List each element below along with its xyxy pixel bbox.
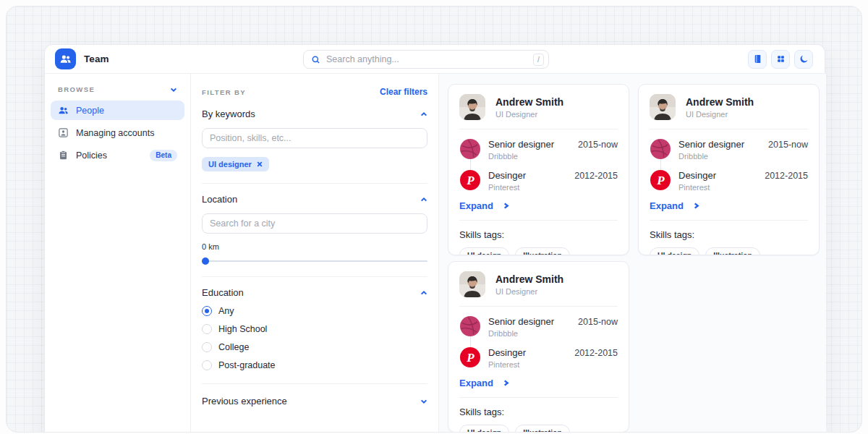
education-filter-section: Education Any High School College	[202, 277, 427, 384]
chevron-up-icon	[420, 289, 427, 297]
keywords-filter-section: By keywords UI designer	[202, 98, 427, 184]
avatar	[650, 94, 676, 120]
book-button[interactable]	[748, 50, 767, 69]
expand-button[interactable]: Expand	[459, 378, 618, 388]
previous-experience-toggle[interactable]: Previous experience	[202, 396, 427, 407]
search-shortcut-key: /	[533, 54, 544, 66]
slider-track[interactable]	[202, 260, 427, 262]
education-option-any[interactable]: Any	[202, 306, 427, 316]
slider-thumb[interactable]	[202, 258, 209, 265]
beta-badge: Beta	[150, 150, 177, 161]
header-actions	[748, 50, 817, 69]
browse-section-header[interactable]: BROWSE	[51, 81, 184, 101]
search-icon	[311, 55, 320, 64]
pinterest-icon: P	[459, 346, 481, 368]
experience-period: 2012-2015	[574, 169, 618, 192]
clipboard-icon	[58, 150, 69, 161]
divider	[650, 220, 808, 221]
experience-period: 2015-now	[578, 138, 618, 161]
results-grid: Andrew Smith UI Designer Senior designer…	[439, 74, 826, 433]
location-section-toggle[interactable]: Location	[202, 194, 427, 205]
divider	[459, 220, 618, 221]
distance-slider[interactable]	[202, 258, 427, 265]
skill-tag[interactable]: UI design	[459, 425, 509, 433]
close-icon[interactable]	[257, 161, 263, 167]
skills-tags-label: Skills tags:	[459, 407, 618, 417]
team-app-window: Team / BROWSE	[44, 44, 825, 433]
experience-period: 2012-2015	[574, 346, 618, 369]
education-section-toggle[interactable]: Education	[202, 287, 427, 298]
moon-icon	[799, 54, 809, 64]
skill-tag[interactable]: UI design	[650, 247, 699, 255]
radio-icon[interactable]	[202, 324, 212, 334]
keywords-section-toggle[interactable]: By keywords	[202, 109, 427, 119]
app-logo[interactable]	[55, 48, 76, 69]
profile-card[interactable]: Andrew Smith UI Designer Senior designer…	[448, 261, 629, 433]
sidebar-item-policies[interactable]: Policies Beta	[51, 145, 184, 165]
chevron-right-icon	[693, 203, 699, 209]
education-option-college[interactable]: College	[202, 342, 427, 352]
svg-text:P: P	[656, 174, 665, 187]
skill-tag[interactable]: Illustration	[705, 247, 760, 255]
filter-panel: FILTER BY Clear filters By keywords UI d…	[191, 74, 439, 433]
sidebar-item-people[interactable]: People	[51, 101, 184, 120]
skill-tag[interactable]: Illustration	[515, 247, 570, 255]
radio-icon[interactable]	[202, 342, 212, 352]
svg-text:P: P	[466, 351, 475, 365]
skills-tags-label: Skills tags:	[459, 229, 618, 240]
sidebar-item-label: People	[76, 106, 104, 116]
education-option-high-school[interactable]: High School	[202, 324, 427, 334]
search-input[interactable]	[326, 54, 533, 64]
skill-tag[interactable]: Illustration	[515, 425, 570, 433]
sidebar-item-managing-accounts[interactable]: Managing accounts	[51, 123, 184, 142]
avatar	[459, 271, 485, 297]
grid-icon	[776, 54, 786, 64]
experience-period: 2015-now	[578, 315, 618, 338]
experience-timeline: Senior designer Dribbble 2015-now P Desi…	[650, 138, 808, 192]
divider	[459, 397, 618, 398]
apps-grid-button[interactable]	[771, 50, 790, 69]
expand-button[interactable]: Expand	[650, 200, 808, 211]
chevron-right-icon	[503, 203, 509, 209]
expand-button[interactable]: Expand	[459, 200, 618, 211]
pinterest-icon: P	[459, 169, 481, 191]
person-card-icon	[58, 127, 69, 138]
divider	[459, 306, 618, 307]
browse-label: BROWSE	[58, 85, 95, 93]
person-role: UI Designer	[495, 287, 563, 296]
global-search[interactable]: /	[303, 50, 549, 69]
book-icon	[753, 54, 762, 64]
profile-card[interactable]: Andrew Smith UI Designer Senior designer…	[638, 84, 820, 255]
chevron-down-icon	[170, 86, 177, 93]
person-name: Andrew Smith	[495, 96, 563, 108]
keyword-tag[interactable]: UI designer	[202, 157, 269, 171]
experience-item: P Desinger Pinterest 2012-2015	[459, 169, 618, 192]
city-search-input[interactable]	[202, 213, 427, 234]
skills-tags-label: Skills tags:	[650, 229, 808, 240]
pinterest-icon: P	[650, 169, 671, 191]
location-filter-section: Location 0 km	[202, 184, 427, 277]
app-header: Team /	[45, 45, 825, 74]
dark-mode-toggle[interactable]	[794, 50, 813, 69]
divider	[650, 129, 808, 129]
profile-card[interactable]: Andrew Smith UI Designer Senior designer…	[448, 84, 629, 255]
chevron-up-icon	[420, 111, 427, 118]
app-title: Team	[84, 54, 109, 64]
sidebar: BROWSE People Managing accounts Policies…	[45, 74, 191, 433]
distance-value-label: 0 km	[202, 242, 427, 251]
avatar	[459, 94, 485, 120]
svg-text:P: P	[466, 174, 475, 187]
education-option-post-graduate[interactable]: Post-graduate	[202, 360, 427, 370]
experience-item: Senior designer Dribbble 2015-now	[459, 315, 618, 338]
dribbble-icon	[459, 138, 481, 160]
sidebar-item-label: Managing accounts	[76, 128, 154, 138]
clear-filters-button[interactable]: Clear filters	[380, 87, 427, 97]
keywords-input[interactable]	[202, 128, 427, 148]
dribbble-icon	[459, 315, 481, 337]
desktop-background: Team / BROWSE	[6, 6, 862, 433]
people-icon	[59, 53, 72, 65]
radio-icon[interactable]	[202, 360, 212, 370]
radio-selected-icon[interactable]	[202, 306, 212, 316]
skill-tag[interactable]: UI design	[459, 247, 509, 255]
experience-period: 2012-2015	[765, 169, 808, 192]
